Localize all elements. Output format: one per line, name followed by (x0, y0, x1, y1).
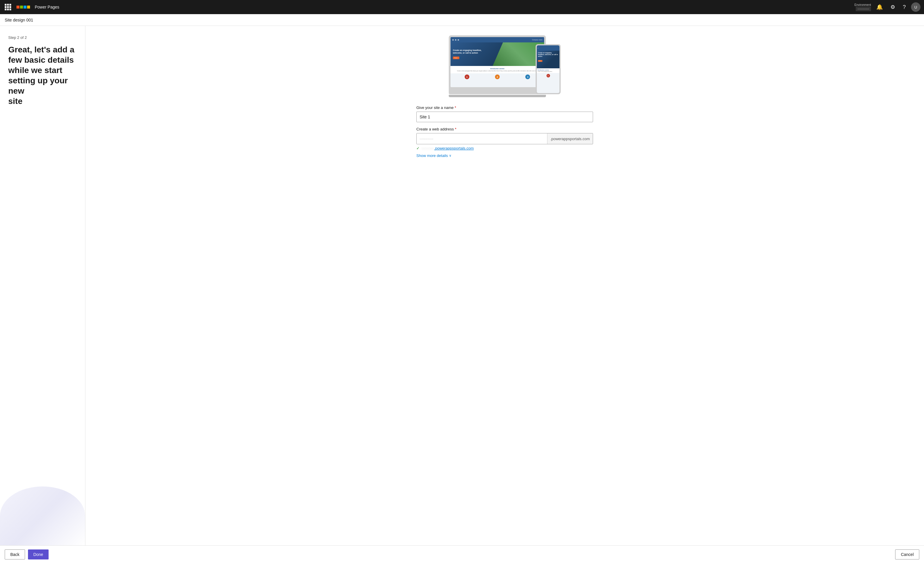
web-address-input[interactable] (417, 134, 547, 144)
waffle-menu[interactable] (3, 3, 12, 12)
mobile-intro: Introduction section Create a short para… (537, 68, 560, 73)
step-label: Step 2 of 2 (8, 35, 77, 40)
mobile-intro-text: Create a short paragraph that shows... (538, 71, 559, 72)
environment-value: ············ (856, 6, 871, 11)
show-more-label: Show more details (416, 153, 448, 158)
site-name-required: * (454, 105, 456, 110)
mobile-intro-title: Introduction section (538, 69, 559, 71)
laptop-hero: Create an engaging headline,welcome, or … (450, 42, 544, 66)
hero-cta-btn: Button (453, 57, 459, 59)
heading-line4: setting up your new (8, 76, 68, 95)
screen-badges: 1 2 3 (450, 73, 544, 80)
microsoft-logo (16, 6, 30, 9)
mobile-hero: Create an engaging headline, welcome, or… (537, 51, 560, 68)
main-layout: Step 2 of 2 Great, let's add a few basic… (0, 26, 924, 545)
laptop-screen: Company name Create an engaging headline… (450, 37, 544, 87)
back-button[interactable]: Back (5, 549, 25, 560)
app-name: Power Pages (35, 5, 59, 9)
validation-url-blurred: ············ (422, 146, 434, 150)
site-name-group: Give your site a name * (416, 105, 593, 122)
validation-check-icon: ✓ (416, 146, 420, 150)
avatar[interactable]: U (911, 2, 921, 12)
site-name-input[interactable] (416, 112, 593, 122)
badge-3: 3 (525, 75, 530, 79)
web-address-required: * (455, 127, 456, 131)
mobile-badges: 1 (537, 73, 560, 78)
laptop-screen-header: Company name (450, 37, 544, 42)
step-heading: Great, let's add a few basic details whi… (8, 45, 77, 106)
left-panel: Step 2 of 2 Great, let's add a few basic… (0, 26, 86, 545)
environment-selector[interactable]: Environment ············ (855, 3, 871, 11)
settings-icon[interactable]: ⚙ (888, 3, 897, 12)
mobile-hero-title: Create an engaging headline, welcome, or… (538, 52, 558, 57)
preview-mockup: Company name Create an engaging headline… (449, 35, 561, 97)
heading-line3: while we start (8, 66, 62, 75)
web-address-label: Create a web address * (416, 127, 593, 131)
heading-line2: few basic details (8, 56, 74, 65)
footer: Back Done Cancel (0, 545, 924, 563)
intro-title: Introduction section (452, 68, 542, 69)
right-panel: Company name Create an engaging headline… (86, 26, 924, 545)
mobile-header: ≡ (537, 45, 560, 51)
preview-container: Company name Create an engaging headline… (416, 35, 593, 97)
hero-title: Create an engaging headline,welcome, or … (453, 49, 482, 54)
help-icon[interactable]: ? (900, 3, 908, 12)
laptop-base (449, 95, 546, 97)
mobile-mockup: ≡ Create an engaging headline, welcome, … (536, 44, 561, 94)
notification-icon[interactable]: 🔔 (874, 3, 885, 12)
validation-url-domain: .powerappsportals.com (434, 146, 474, 150)
show-more-details-link[interactable]: Show more details ∨ (416, 153, 593, 158)
done-button[interactable]: Done (28, 549, 48, 560)
validation-row: ✓ ············.powerappsportals.com (416, 146, 593, 150)
web-address-group: Create a web address * .powerappsportals… (416, 127, 593, 158)
cancel-button[interactable]: Cancel (895, 549, 919, 560)
laptop-mockup: Company name Create an engaging headline… (449, 35, 546, 94)
badge-1: 1 (465, 75, 470, 79)
mobile-hero-btn: Button (538, 60, 542, 62)
environment-label: Environment (855, 3, 871, 6)
validation-url[interactable]: ············.powerappsportals.com (422, 146, 474, 150)
badge-2: 2 (495, 75, 500, 79)
breadcrumb-title: Site design 001 (5, 18, 33, 23)
intro-text: Create a short paragraph that shows your… (452, 70, 542, 72)
site-name-label: Give your site a name * (416, 105, 593, 110)
chevron-down-icon: ∨ (449, 154, 452, 158)
left-panel-decoration (0, 486, 85, 545)
heading-line5: site (8, 96, 22, 106)
laptop-intro: Introduction section Create a short para… (450, 66, 544, 73)
footer-left-buttons: Back Done (5, 549, 49, 560)
heading-line1: Great, let's add a (8, 45, 75, 54)
mobile-screen: ≡ Create an engaging headline, welcome, … (537, 45, 560, 93)
breadcrumb: Site design 001 (0, 14, 924, 26)
web-address-row: .powerappsportals.com (416, 133, 593, 144)
web-address-suffix: .powerappsportals.com (547, 134, 593, 144)
company-name-text: Company name (532, 39, 542, 41)
top-navigation: Power Pages Environment ············ 🔔 ⚙… (0, 0, 924, 14)
mobile-badge-1: 1 (546, 74, 550, 77)
